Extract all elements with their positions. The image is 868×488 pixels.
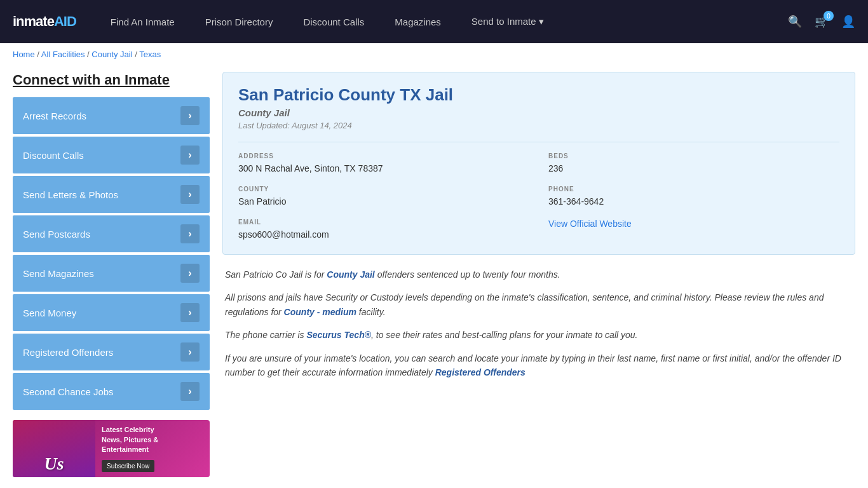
county-label: COUNTY (238, 186, 529, 193)
phone-value: 361-364-9642 (548, 195, 839, 208)
facility-details: ADDRESS 300 N Rachal Ave, Sinton, TX 783… (238, 142, 839, 241)
sidebar-item-send-money[interactable]: Send Money › (13, 294, 210, 331)
detail-phone: PHONE 361-364-9642 (548, 186, 839, 208)
address-value: 300 N Rachal Ave, Sinton, TX 78387 (238, 162, 529, 175)
facility-type: County Jail (238, 107, 839, 118)
breadcrumb-county-jail[interactable]: County Jail (92, 50, 132, 59)
email-label: EMAIL (238, 219, 529, 226)
beds-value: 236 (548, 162, 839, 175)
sidebar-item-label: Send Money (23, 308, 76, 318)
search-icon[interactable]: 🔍 (788, 15, 802, 29)
nav-find-inmate[interactable]: Find An Inmate (95, 0, 190, 43)
chevron-right-icon: › (180, 146, 200, 165)
detail-website: View Official Website (548, 219, 839, 241)
sidebar-item-label: Second Chance Jobs (23, 386, 114, 397)
beds-label: BEDS (548, 152, 839, 159)
nav-prison-directory[interactable]: Prison Directory (190, 0, 288, 43)
sidebar-item-label: Discount Calls (23, 150, 84, 161)
sidebar-item-arrest-records[interactable]: Arrest Records › (13, 97, 210, 134)
sidebar-item-send-postcards[interactable]: Send Postcards › (13, 215, 210, 252)
chevron-right-icon: › (180, 224, 200, 243)
facility-description: San Patricio Co Jail is for County Jail … (222, 268, 855, 379)
detail-beds: BEDS 236 (548, 152, 839, 175)
main-nav: Find An Inmate Prison Directory Discount… (95, 0, 788, 43)
ad-headline: Latest CelebrityNews, Pictures &Entertai… (102, 425, 203, 454)
ad-us-logo: Us (44, 454, 64, 474)
chevron-right-icon: › (180, 382, 200, 401)
sidebar-item-label: Send Letters & Photos (23, 189, 118, 200)
facility-updated: Last Updated: August 14, 2024 (238, 121, 839, 130)
sidebar-title: Connect with an Inmate (13, 72, 210, 88)
sidebar-menu: Arrest Records › Discount Calls › Send L… (13, 97, 210, 410)
sidebar-item-label: Send Postcards (23, 229, 90, 240)
main-content: Connect with an Inmate Arrest Records › … (0, 65, 868, 484)
user-icon[interactable]: 👤 (841, 15, 855, 29)
facility-card: San Patricio County TX Jail County Jail … (222, 72, 855, 255)
facility-name: San Patricio County TX Jail (238, 85, 839, 105)
county-value: San Patricio (238, 195, 529, 208)
ad-banner-image: Us (13, 420, 95, 477)
sidebar-item-registered-offenders[interactable]: Registered Offenders › (13, 334, 210, 370)
nav-send-to-inmate[interactable]: Send to Inmate ▾ (456, 0, 559, 43)
desc-paragraph-3: The phone carrier is Securus Tech®, to s… (225, 328, 853, 342)
ad-banner-content: Latest CelebrityNews, Pictures &Entertai… (95, 420, 210, 477)
chevron-right-icon: › (180, 106, 200, 125)
detail-county: COUNTY San Patricio (238, 186, 529, 208)
desc-paragraph-2: All prisons and jails have Security or C… (225, 290, 853, 319)
breadcrumb: Home / All Facilities / County Jail / Te… (0, 43, 868, 65)
chevron-right-icon: › (180, 185, 200, 204)
desc-paragraph-1: San Patricio Co Jail is for County Jail … (225, 268, 853, 281)
detail-address: ADDRESS 300 N Rachal Ave, Sinton, TX 783… (238, 152, 529, 175)
sidebar-item-second-chance-jobs[interactable]: Second Chance Jobs › (13, 373, 210, 410)
chevron-right-icon: › (180, 342, 200, 362)
securus-tech-link[interactable]: Securus Tech® (306, 330, 371, 340)
ad-subscribe-button[interactable]: Subscribe Now (102, 460, 154, 472)
facility-section: San Patricio County TX Jail County Jail … (222, 72, 855, 477)
chevron-right-icon: › (180, 303, 200, 322)
logo-area[interactable]: inmateAID (13, 13, 76, 30)
desc-paragraph-4: If you are unsure of your inmate's locat… (225, 351, 853, 380)
cart-icon[interactable]: 🛒 0 (815, 15, 829, 29)
sidebar-item-send-magazines[interactable]: Send Magazines › (13, 255, 210, 292)
ad-banner[interactable]: Us Latest CelebrityNews, Pictures &Enter… (13, 420, 210, 477)
county-medium-link[interactable]: County - medium (284, 307, 356, 317)
sidebar-item-label: Arrest Records (23, 111, 86, 121)
cart-badge: 0 (824, 11, 834, 21)
logo-text: inmateAID (13, 13, 76, 30)
address-label: ADDRESS (238, 152, 529, 159)
header-icons: 🔍 🛒 0 👤 (788, 15, 855, 29)
breadcrumb-home[interactable]: Home (13, 50, 35, 59)
nav-magazines[interactable]: Magazines (379, 0, 456, 43)
official-website-link[interactable]: View Official Website (548, 219, 632, 229)
sidebar-item-send-letters[interactable]: Send Letters & Photos › (13, 176, 210, 213)
breadcrumb-state[interactable]: Texas (139, 50, 161, 59)
email-value: spso600@hotmail.com (238, 228, 529, 241)
nav-discount-calls[interactable]: Discount Calls (288, 0, 379, 43)
registered-offenders-link[interactable]: Registered Offenders (435, 367, 526, 377)
county-jail-link[interactable]: County Jail (327, 269, 374, 280)
breadcrumb-all-facilities[interactable]: All Facilities (41, 50, 85, 59)
phone-label: PHONE (548, 186, 839, 193)
sidebar-item-discount-calls[interactable]: Discount Calls › (13, 137, 210, 173)
detail-email: EMAIL spso600@hotmail.com (238, 219, 529, 241)
site-header: inmateAID Find An Inmate Prison Director… (0, 0, 868, 43)
sidebar: Connect with an Inmate Arrest Records › … (13, 72, 210, 477)
chevron-right-icon: › (180, 264, 200, 283)
sidebar-item-label: Registered Offenders (23, 347, 113, 358)
sidebar-item-label: Send Magazines (23, 268, 94, 279)
